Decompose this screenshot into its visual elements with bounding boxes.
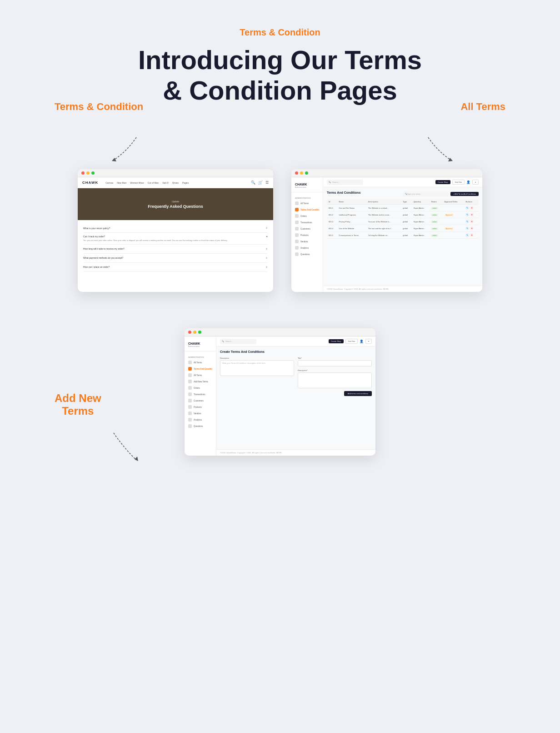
dropdown-button[interactable]: ▾ — [472, 180, 479, 185]
faq-expanded-q: Can I track my order? ▾ — [83, 235, 268, 238]
faq-item-1: What is your return policy? + — [83, 224, 268, 233]
cell-id: 001.3 — [327, 218, 337, 225]
faq-plus-5: + — [265, 265, 268, 269]
dropdown-button-2[interactable]: ▾ — [365, 339, 372, 344]
sidebar-item-allterms[interactable]: All Terms — [291, 200, 323, 206]
sidebar-label-allterms: All Terms — [300, 202, 309, 205]
form-row: Description Write your Terms & Condition… — [220, 357, 372, 388]
cell-id: 001.1 — [327, 205, 337, 211]
dot-red-3 — [188, 331, 191, 334]
faq-logo: CHAWK — [82, 181, 98, 185]
dot-yellow-3 — [193, 331, 196, 334]
create-search-bar[interactable]: 🔍 Search... — [220, 339, 256, 344]
sidebar-icon-customers — [295, 227, 299, 231]
sidebar-item-products[interactable]: Products — [291, 232, 323, 238]
search-icon-admin: 🔍 — [329, 181, 331, 183]
sidebar-icon-questions — [295, 252, 299, 256]
search-icon-create: 🔍 — [222, 340, 224, 342]
create-sidebar-customers[interactable]: Customers — [185, 397, 216, 404]
sidebar-item-analytics[interactable]: Analytics — [291, 245, 323, 251]
cell-actions: ✎ ✕ — [464, 225, 479, 232]
faq-item-2: Can I track my order? ▾ Yes, you can tra… — [83, 233, 268, 245]
create-topbar: 🔍 Search... Create Shop Visit Site 👤 ▾ — [216, 336, 375, 346]
create-shop-button-2[interactable]: Create Shop — [329, 339, 343, 343]
delete-icon[interactable]: ✕ — [470, 213, 474, 216]
delete-icon[interactable]: ✕ — [470, 233, 474, 237]
cell-name: Privacy Policy — [337, 218, 366, 225]
faq-item-4: What payment methods do you accept? + — [83, 254, 268, 263]
delete-icon[interactable]: ✕ — [470, 206, 474, 210]
create-sidebar-questions[interactable]: Questions — [185, 423, 216, 429]
nav-newman: New Man — [117, 181, 126, 184]
delete-icon[interactable]: ✕ — [470, 220, 474, 223]
cell-actions: ✎ ✕ — [464, 232, 479, 239]
create-sidebar-orders[interactable]: Orders — [185, 385, 216, 391]
dot-green-3 — [198, 331, 201, 334]
add-terms-button[interactable]: + Add Terms And Conditions — [450, 192, 479, 196]
delete-icon[interactable]: ✕ — [470, 226, 474, 230]
create-sidebar-vendors[interactable]: Vendors — [185, 410, 216, 417]
cell-name: Intellectual Programs — [337, 211, 366, 218]
table-search-input[interactable]: 🔍 Type your query — [403, 191, 449, 197]
label-terms-condition: Terms & Condition — [55, 101, 143, 113]
visit-site-button[interactable]: Visit Site — [452, 180, 465, 185]
faq-expanded-answer: Yes, you can track your order online. On… — [83, 239, 268, 242]
nav-cutofman: Cut of Man — [148, 181, 159, 184]
edit-icon[interactable]: ✎ — [465, 233, 469, 237]
admin-topbar-right: Create Shop Visit Site 👤 ▾ — [435, 180, 479, 185]
create-sidebar-products[interactable]: Products — [185, 404, 216, 410]
sidebar-label-orders: Orders — [300, 215, 307, 217]
cell-qty: Super Admin — [412, 211, 430, 218]
faq-icons: 🔍 🛒 ☰ — [251, 181, 269, 185]
form-col-right: Title* Description* — [298, 357, 372, 388]
sidebar-item-customers[interactable]: Customers — [291, 226, 323, 232]
content-textarea[interactable] — [298, 372, 372, 388]
arrow-terms-condition — [100, 128, 155, 165]
faq-plus-3: + — [265, 247, 268, 251]
edit-icon[interactable]: ✎ — [465, 220, 469, 223]
create-sidebar-terms-condition[interactable]: Terms And Conditions — [185, 366, 216, 372]
table-row: 001.2 Intellectual Programs The Website … — [327, 211, 479, 218]
dot-red-2 — [295, 171, 298, 175]
visit-site-button-2[interactable]: Visit Site — [345, 339, 358, 344]
cell-name: Use and Set Status — [337, 205, 366, 211]
sidebar-item-questions[interactable]: Questions — [291, 251, 323, 257]
description-label: Description — [220, 357, 294, 359]
create-sidebar-analytics[interactable]: Analytics — [185, 417, 216, 423]
cell-id: 001.4 — [327, 225, 337, 232]
sidebar-item-vendors[interactable]: Vendors — [291, 238, 323, 245]
submit-button[interactable]: Add terms and conditions — [344, 391, 372, 396]
cell-qty: Super Admin — [412, 232, 430, 239]
create-sidebar-addnew[interactable]: Add New Terms — [185, 378, 216, 385]
nav-canvas: Canvas — [105, 181, 113, 184]
cell-status: active — [429, 218, 442, 225]
faq-content: CHAWK Canvas New Man Woman Wear Cut of M… — [78, 177, 273, 292]
table-row: 001.5 Consequences or Terms To bring the… — [327, 232, 479, 239]
form-submit: Add terms and conditions — [220, 391, 372, 396]
table-row: 001.3 Privacy Policy Your use of the Web… — [327, 218, 479, 225]
label-add-new-terms: Add New Terms — [55, 392, 101, 417]
admin-logo-area: CHAWK Administration — [291, 181, 323, 192]
sidebar-item-transactions[interactable]: Transactions — [291, 219, 323, 226]
title-input[interactable] — [298, 360, 372, 366]
create-sidebar-allterms[interactable]: All Terms — [185, 359, 216, 366]
edit-icon[interactable]: ✎ — [465, 206, 469, 210]
create-shop-button[interactable]: Create Shop — [435, 180, 450, 184]
cell-id: 001.2 — [327, 211, 337, 218]
form-col-left: Description Write your Terms & Condition… — [220, 357, 294, 388]
window-chrome-admin — [291, 169, 482, 177]
create-sidebar-allterms2[interactable]: All Terms — [185, 372, 216, 378]
sidebar-label-transactions: Transactions — [300, 221, 312, 224]
edit-icon[interactable]: ✎ — [465, 226, 469, 230]
sidebar-item-terms-condition[interactable]: Terms And Conditions — [291, 206, 323, 213]
sidebar-item-orders[interactable]: Orders — [291, 213, 323, 219]
admin-search-bar[interactable]: 🔍 Search... — [327, 180, 363, 185]
cell-qty: Super Admin — [412, 205, 430, 211]
description-textarea[interactable]: Write your Terms & Condition / descripti… — [220, 360, 294, 376]
admin-main-content: 🔍 Search... Create Shop Visit Site 👤 ▾ — [323, 177, 482, 292]
faq-q-1: What is your return policy? — [83, 227, 110, 230]
sidebar-icon-transactions — [295, 221, 299, 224]
create-sidebar-transactions[interactable]: Transactions — [185, 391, 216, 397]
col-status: Status — [429, 199, 442, 205]
edit-icon[interactable]: ✎ — [465, 213, 469, 216]
